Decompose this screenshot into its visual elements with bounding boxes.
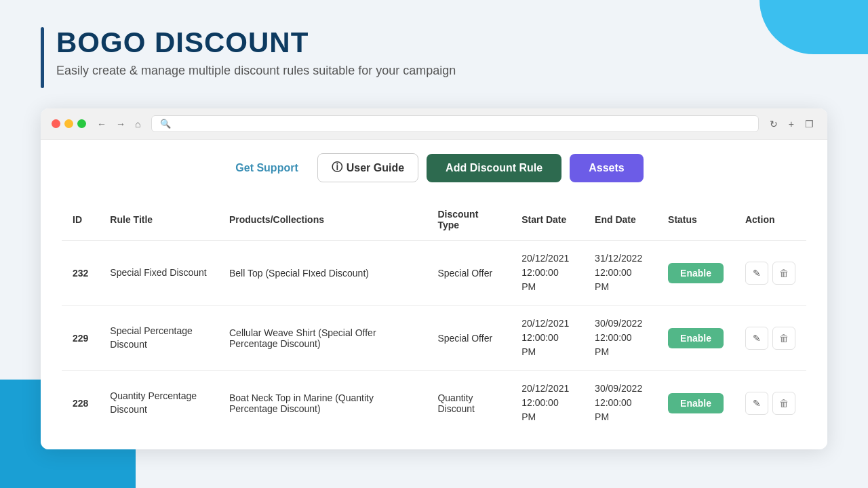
discount-table: ID Rule Title Products/Collections Disco…	[61, 199, 807, 436]
cell-id: 229	[62, 306, 100, 371]
edit-icon: ✎	[753, 333, 761, 344]
get-support-button[interactable]: Get Support	[224, 157, 309, 180]
delete-button[interactable]: 🗑	[772, 327, 795, 350]
trash-icon: 🗑	[779, 398, 789, 409]
enable-button[interactable]: Enable	[668, 393, 724, 413]
edit-icon: ✎	[753, 398, 761, 409]
cell-rule-title: Quantity Percentage Discount	[99, 371, 218, 436]
header-accent-bar	[41, 27, 44, 88]
dot-yellow[interactable]	[64, 119, 73, 128]
cell-discount-type: Special Offer	[427, 306, 511, 371]
dot-green[interactable]	[77, 119, 86, 128]
col-rule-title: Rule Title	[99, 199, 218, 241]
action-buttons: ✎ 🗑	[745, 392, 795, 415]
enable-button[interactable]: Enable	[668, 328, 724, 348]
edit-button[interactable]: ✎	[745, 327, 768, 350]
edit-icon: ✎	[753, 268, 761, 279]
action-buttons: ✎ 🗑	[745, 262, 795, 285]
trash-icon: 🗑	[779, 333, 789, 344]
cell-start-date: 20/12/202112:00:00 PM	[511, 241, 584, 306]
action-buttons: ✎ 🗑	[745, 327, 795, 350]
cell-action: ✎ 🗑	[734, 371, 807, 436]
cell-end-date: 30/09/202212:00:00 PM	[584, 306, 657, 371]
browser-dots	[52, 119, 86, 128]
browser-window: ← → ⌂ 🔍 ↻ + ❐ Get Support ⓘ User Guide	[41, 108, 827, 449]
col-discount-type: Discount Type	[427, 199, 511, 241]
share-btn[interactable]: ❐	[802, 117, 816, 131]
nav-home[interactable]: ⌂	[132, 117, 143, 131]
add-discount-button[interactable]: Add Discount Rule	[427, 154, 561, 182]
col-start-date: Start Date	[511, 199, 584, 241]
table-row: 232 Special Fixed Discount Bell Top (Spe…	[62, 241, 807, 306]
table-row: 228 Quantity Percentage Discount Boat Ne…	[62, 371, 807, 436]
cell-end-date: 30/09/202212:00:00 PM	[584, 371, 657, 436]
cell-id: 228	[62, 371, 100, 436]
cell-discount-type: Special Offer	[427, 241, 511, 306]
cell-rule-title: Special Percentage Discount	[99, 306, 218, 371]
col-products: Products/Collections	[218, 199, 427, 241]
cell-start-date: 20/12/202112:00:00 PM	[511, 306, 584, 371]
browser-chrome: ← → ⌂ 🔍 ↻ + ❐	[41, 108, 827, 140]
col-id: ID	[62, 199, 100, 241]
cell-start-date: 20/12/202112:00:00 PM	[511, 371, 584, 436]
cell-end-date: 31/12/202212:00:00 PM	[584, 241, 657, 306]
trash-icon: 🗑	[779, 268, 789, 279]
browser-body: Get Support ⓘ User Guide Add Discount Ru…	[41, 140, 827, 449]
assets-button[interactable]: Assets	[570, 154, 643, 182]
toolbar: Get Support ⓘ User Guide Add Discount Ru…	[61, 153, 807, 182]
enable-button[interactable]: Enable	[668, 263, 724, 283]
browser-nav: ← → ⌂	[94, 117, 143, 131]
guide-icon: ⓘ	[332, 161, 342, 175]
nav-forward[interactable]: →	[113, 117, 128, 131]
cell-action: ✎ 🗑	[734, 306, 807, 371]
delete-button[interactable]: 🗑	[772, 392, 795, 415]
cell-products: Boat Neck Top in Marine (Quantity Percen…	[218, 371, 427, 436]
edit-button[interactable]: ✎	[745, 392, 768, 415]
new-tab-btn[interactable]: +	[786, 117, 797, 131]
page-subtitle: Easily create & manage multiple discount…	[56, 64, 456, 78]
cell-status: Enable	[657, 241, 734, 306]
edit-button[interactable]: ✎	[745, 262, 768, 285]
table-row: 229 Special Percentage Discount Cellular…	[62, 306, 807, 371]
refresh-btn[interactable]: ↻	[767, 117, 781, 131]
dot-red[interactable]	[52, 119, 60, 128]
cell-products: Cellular Weave Shirt (Special Offer Perc…	[218, 306, 427, 371]
cell-status: Enable	[657, 371, 734, 436]
user-guide-button[interactable]: ⓘ User Guide	[317, 153, 418, 182]
col-status: Status	[657, 199, 734, 241]
cell-rule-title: Special Fixed Discount	[99, 241, 218, 306]
nav-back[interactable]: ←	[94, 117, 109, 131]
col-action: Action	[734, 199, 807, 241]
cell-action: ✎ 🗑	[734, 241, 807, 306]
page-title: BOGO DISCOUNT	[56, 27, 456, 58]
cell-status: Enable	[657, 306, 734, 371]
table-header-row: ID Rule Title Products/Collections Disco…	[62, 199, 807, 241]
address-bar[interactable]: 🔍	[151, 115, 758, 132]
cell-id: 232	[62, 241, 100, 306]
search-icon: 🔍	[160, 119, 171, 129]
delete-button[interactable]: 🗑	[772, 262, 795, 285]
cell-products: Bell Top (Special FIxed Discount)	[218, 241, 427, 306]
col-end-date: End Date	[584, 199, 657, 241]
browser-actions: ↻ + ❐	[767, 117, 816, 131]
cell-discount-type: Quantity Discount	[427, 371, 511, 436]
page-header: BOGO DISCOUNT Easily create & manage mul…	[41, 27, 827, 88]
